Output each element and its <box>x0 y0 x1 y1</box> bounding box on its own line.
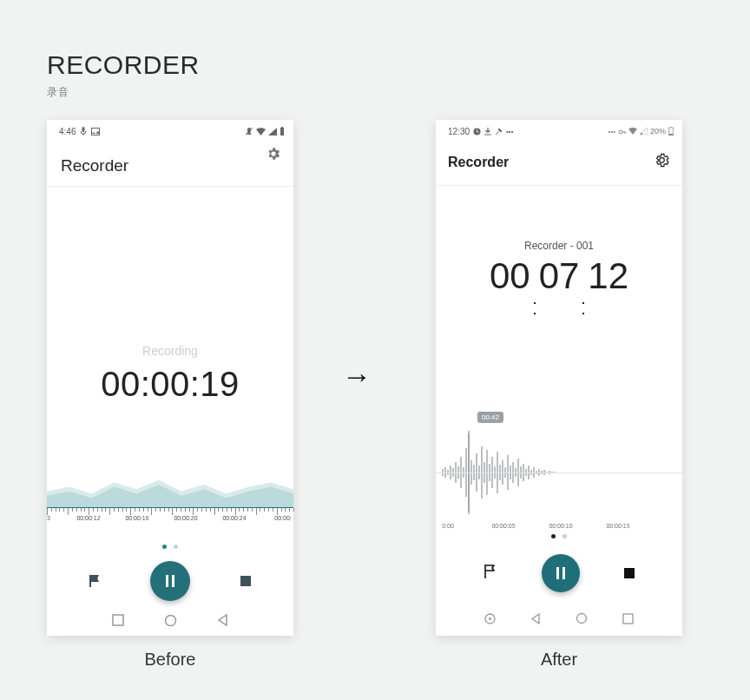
svg-rect-3 <box>280 128 284 135</box>
timer-display: 000712 <box>436 255 682 297</box>
time-ruler: 300:00:1200:00:1600:00:2000:00:2400:00: <box>47 507 293 532</box>
nav-extra-icon[interactable] <box>484 613 496 624</box>
app-title: Recorder <box>448 155 509 170</box>
svg-rect-10 <box>669 134 674 135</box>
settings-button[interactable] <box>654 152 670 172</box>
svg-rect-4 <box>281 127 283 128</box>
flag-button[interactable] <box>89 575 100 587</box>
pause-button[interactable] <box>542 554 580 592</box>
nav-home-icon[interactable] <box>576 612 588 624</box>
settings-button[interactable] <box>266 146 281 165</box>
playback-controls <box>47 561 293 601</box>
mute-icon <box>245 127 253 135</box>
pause-icon <box>556 567 565 579</box>
recording-name: Recorder - 001 <box>436 240 682 252</box>
pager-dot[interactable] <box>562 534 567 538</box>
svg-rect-5 <box>113 615 123 625</box>
marker-badge[interactable]: 00:42 <box>477 412 503 423</box>
app-toolbar: Recorder <box>436 139 682 186</box>
wifi-icon <box>256 128 266 135</box>
stop-button[interactable] <box>240 576 251 586</box>
battery-icon <box>668 127 674 135</box>
status-bar: 12:30 ••• ••• 20% <box>436 120 682 139</box>
nav-recent-icon[interactable] <box>112 614 124 626</box>
signal-icon <box>268 128 277 135</box>
page-heading: RECORDER 录音 <box>47 50 200 100</box>
pager-dots[interactable] <box>47 537 293 552</box>
svg-rect-11 <box>670 127 672 128</box>
svg-rect-0 <box>82 127 85 132</box>
status-time: 4:46 <box>59 127 76 136</box>
pager-dots[interactable] <box>436 526 682 542</box>
arrow-icon: → <box>342 360 372 393</box>
page-subtitle: 录音 <box>47 85 200 100</box>
waveform-area <box>47 462 293 507</box>
playback-controls <box>436 554 682 592</box>
more-dots-icon: ••• <box>609 128 615 135</box>
nav-home-icon[interactable] <box>164 614 177 627</box>
timer-display: 00:00:19 <box>47 365 293 404</box>
waveform-spikes <box>436 429 682 516</box>
battery-label: 20% <box>650 127 666 135</box>
tools-icon <box>495 128 503 135</box>
status-bar: 4:46 <box>47 120 293 139</box>
phone-before: 4:46 Recorder Recording 00:00:19 300:00:… <box>47 120 293 636</box>
wifi-icon <box>628 128 637 135</box>
svg-point-6 <box>166 615 176 625</box>
flag-outline-icon <box>484 567 497 582</box>
svg-point-66 <box>489 617 491 620</box>
app-title: Recorder <box>61 156 280 175</box>
pager-dot[interactable] <box>174 545 178 549</box>
key-icon <box>618 128 626 135</box>
nav-back-icon[interactable] <box>530 613 541 624</box>
nav-back-icon[interactable] <box>217 614 228 626</box>
signal-icon <box>640 128 648 135</box>
phone-after: 12:30 ••• ••• 20% Recorder Recorder - 00… <box>436 120 682 636</box>
stop-icon <box>624 568 635 578</box>
svg-point-8 <box>619 130 622 134</box>
app-header: Recorder <box>47 139 293 187</box>
flag-button[interactable] <box>484 564 497 583</box>
caption-after: After <box>436 650 682 670</box>
android-nav-bar <box>47 604 293 636</box>
flag-icon <box>89 575 100 587</box>
recording-status-label: Recording <box>47 344 293 358</box>
svg-rect-68 <box>623 614 633 624</box>
android-nav-bar <box>436 601 682 636</box>
image-icon <box>91 128 100 135</box>
pager-dot[interactable] <box>551 534 556 538</box>
battery-icon <box>280 127 285 135</box>
pager-dot[interactable] <box>162 545 167 549</box>
status-time: 12:30 <box>448 127 470 136</box>
stop-button[interactable] <box>624 568 635 578</box>
page-title: RECORDER <box>47 50 200 80</box>
clock-alert-icon <box>473 128 481 135</box>
pause-button[interactable] <box>150 561 190 601</box>
more-icon: ••• <box>506 128 513 135</box>
stop-icon <box>240 576 251 586</box>
nav-recent-icon[interactable] <box>622 613 634 624</box>
pause-icon <box>166 575 174 587</box>
mic-icon <box>80 127 87 135</box>
caption-before: Before <box>47 650 293 670</box>
download-icon <box>484 128 491 135</box>
gear-icon <box>266 149 281 164</box>
gear-icon <box>654 156 670 171</box>
svg-point-67 <box>577 614 587 624</box>
